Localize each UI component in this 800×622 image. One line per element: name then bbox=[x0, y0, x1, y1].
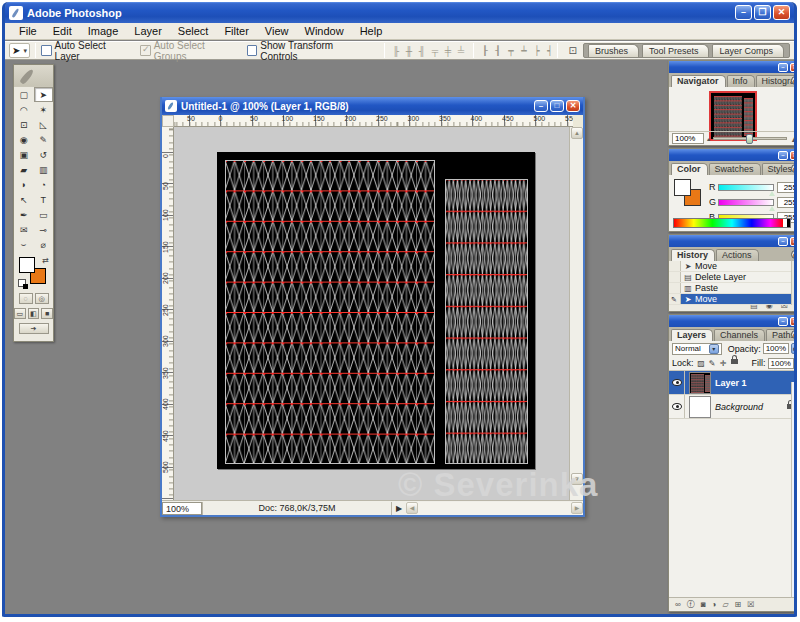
screen-mode-button[interactable]: ■ bbox=[41, 308, 53, 319]
healing-brush-tool[interactable]: ◉ bbox=[14, 132, 34, 147]
eye-icon[interactable] bbox=[672, 403, 682, 410]
gradient-tool[interactable]: ▥ bbox=[34, 162, 54, 177]
dodge-tool[interactable]: ◔ bbox=[34, 177, 54, 192]
palette-tab[interactable]: History bbox=[671, 249, 715, 261]
slice-tool[interactable]: ◺ bbox=[34, 117, 54, 132]
menu-item[interactable]: Filter bbox=[216, 23, 256, 39]
restore-button[interactable]: ❐ bbox=[754, 5, 771, 20]
clone-stamp-tool[interactable]: ▣ bbox=[14, 147, 34, 162]
path-selection-tool[interactable]: ↖ bbox=[14, 192, 34, 207]
hand-tool[interactable]: ⌣ bbox=[14, 237, 34, 252]
rectangular-marquee-tool[interactable]: ▢ bbox=[14, 87, 34, 102]
palette-close-button[interactable]: ✕ bbox=[790, 237, 797, 246]
layers-scrollbar[interactable] bbox=[791, 382, 797, 597]
layer-row-layer1[interactable]: Layer 1 bbox=[669, 371, 797, 395]
palette-tab[interactable]: Actions bbox=[716, 249, 759, 261]
move-tool[interactable]: ➤ bbox=[34, 87, 54, 102]
history-state-row[interactable]: ▥ Paste bbox=[669, 283, 797, 294]
layer-thumbnail[interactable] bbox=[689, 372, 711, 394]
palette-tab[interactable]: Navigator bbox=[671, 75, 726, 87]
distribute-icon[interactable]: ┷ bbox=[518, 46, 531, 56]
checkbox-box[interactable] bbox=[41, 45, 52, 56]
history-state-row[interactable]: ▤ Delete Layer bbox=[669, 272, 797, 283]
app-titlebar[interactable]: Adobe Photoshop – ❐ ✕ bbox=[5, 2, 794, 23]
toolbox-grip[interactable] bbox=[14, 65, 53, 87]
align-icon[interactable]: ╪ bbox=[442, 46, 455, 56]
swap-colors-icon[interactable]: ⇄ bbox=[42, 256, 49, 265]
tool-preset-button[interactable]: ➤ ▾ bbox=[9, 43, 30, 58]
edit-in-imageready-button[interactable]: ➔ bbox=[19, 323, 49, 334]
new-group-button[interactable]: ▱ bbox=[722, 600, 728, 609]
lock-position-icon[interactable]: ✛ bbox=[718, 359, 729, 368]
navigator-zoom-slider[interactable] bbox=[713, 137, 787, 140]
eraser-tool[interactable]: ▰ bbox=[14, 162, 34, 177]
color-slider-g[interactable]: G255 bbox=[709, 196, 797, 208]
palette-close-button[interactable]: ✕ bbox=[790, 317, 797, 326]
palette-well-tab[interactable]: Layer Comps bbox=[712, 44, 784, 57]
foreground-color-swatch[interactable] bbox=[674, 179, 691, 196]
crop-tool[interactable]: ⊡ bbox=[14, 117, 34, 132]
palette-minimize-button[interactable]: – bbox=[778, 317, 788, 326]
menu-item[interactable]: Image bbox=[80, 23, 127, 39]
palette-tab[interactable]: Info bbox=[727, 75, 755, 87]
zoom-in-icon[interactable]: ▲ bbox=[790, 134, 797, 144]
palette-menu-button[interactable]: ▶ bbox=[791, 330, 797, 339]
doc-minimize-button[interactable]: – bbox=[534, 100, 548, 112]
zoom-tool[interactable]: ⌀ bbox=[34, 237, 54, 252]
canvas[interactable] bbox=[217, 152, 535, 469]
layer-name[interactable]: Layer 1 bbox=[715, 378, 747, 388]
slider-value-field[interactable]: 255 bbox=[777, 197, 797, 208]
delete-layer-button[interactable]: ☒ bbox=[747, 600, 754, 609]
palette-well-tab[interactable]: Tool Presets bbox=[642, 44, 710, 57]
palette-tab[interactable]: Layers bbox=[671, 329, 713, 341]
brush-tool[interactable]: ✎ bbox=[34, 132, 54, 147]
distribute-icon[interactable]: ┯ bbox=[505, 46, 518, 56]
palette-menu-button[interactable]: ▶ bbox=[791, 76, 797, 85]
menu-item[interactable]: Select bbox=[170, 23, 217, 39]
blend-mode-select[interactable]: Normal ▾ bbox=[672, 343, 722, 355]
slider-thumb[interactable] bbox=[769, 206, 775, 211]
type-tool[interactable]: T bbox=[34, 192, 54, 207]
slider-value-field[interactable]: 255 bbox=[777, 182, 797, 193]
screen-mode-button[interactable]: ▭ bbox=[14, 308, 26, 319]
visibility-cell[interactable] bbox=[669, 371, 685, 394]
eye-icon[interactable] bbox=[672, 379, 682, 386]
align-icon[interactable]: ╢ bbox=[416, 46, 429, 56]
chevron-down-icon[interactable]: ▾ bbox=[23, 47, 27, 55]
screen-mode-button[interactable]: ◧ bbox=[28, 308, 40, 319]
mask-mode-button[interactable]: ◌ bbox=[19, 293, 33, 304]
options-checkbox[interactable]: Show Transform Controls bbox=[247, 40, 370, 62]
chevron-down-icon[interactable]: ▾ bbox=[709, 344, 719, 354]
doc-close-button[interactable]: ✕ bbox=[566, 100, 580, 112]
menu-item[interactable]: Help bbox=[352, 23, 391, 39]
menu-item[interactable]: Window bbox=[297, 23, 352, 39]
default-colors-icon[interactable] bbox=[18, 279, 26, 287]
minimize-button[interactable]: – bbox=[735, 5, 752, 20]
close-button[interactable]: ✕ bbox=[773, 5, 790, 20]
notes-tool[interactable]: ✉ bbox=[14, 222, 34, 237]
new-layer-button[interactable]: ⊞ bbox=[735, 600, 742, 609]
menu-item[interactable]: Edit bbox=[45, 23, 80, 39]
palette-tab[interactable]: Swatches bbox=[709, 163, 761, 175]
eyedropper-tool[interactable]: ⊸ bbox=[34, 222, 54, 237]
document-size-info[interactable]: Doc: 768,0K/3,75M bbox=[202, 502, 392, 515]
vertical-scrollbar[interactable]: ▲ ▼ bbox=[569, 127, 583, 500]
lasso-tool[interactable]: ◠ bbox=[14, 102, 34, 117]
color-slider-r[interactable]: R255 bbox=[709, 181, 797, 193]
checkbox-box[interactable] bbox=[140, 45, 151, 56]
zoom-out-icon[interactable]: ▴ bbox=[707, 135, 710, 142]
mask-mode-button[interactable]: ◎ bbox=[35, 293, 49, 304]
magic-wand-tool[interactable]: ✶ bbox=[34, 102, 54, 117]
zoom-level-field[interactable]: 100% bbox=[162, 502, 202, 515]
options-checkbox[interactable]: Auto Select Groups bbox=[140, 40, 238, 62]
palette-titlebar[interactable]: – ✕ bbox=[669, 315, 797, 327]
palette-titlebar[interactable]: – ✕ bbox=[669, 235, 797, 247]
lock-image-icon[interactable]: ✎ bbox=[707, 359, 718, 368]
workspace-button[interactable]: ⊡ bbox=[569, 45, 577, 56]
lock-all-icon[interactable] bbox=[731, 359, 738, 364]
pen-tool[interactable]: ✒ bbox=[14, 207, 34, 222]
navigator-zoom-field[interactable]: 100% bbox=[672, 133, 704, 144]
distribute-icon[interactable]: ┥ bbox=[544, 46, 557, 56]
doc-maximize-button[interactable]: □ bbox=[550, 100, 564, 112]
history-state-row[interactable]: ➤ Move bbox=[669, 261, 797, 272]
